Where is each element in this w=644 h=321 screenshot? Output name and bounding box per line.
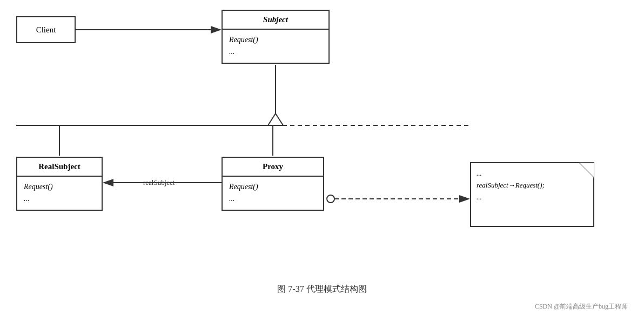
proxy-box: Proxy Request() ... — [222, 157, 324, 211]
watermark: CSDN @前端高级生产bug工程师 — [535, 302, 628, 311]
client-box: Client — [16, 16, 76, 43]
proxy-title: Proxy — [223, 158, 323, 177]
note-box: ... realSubject→Request(); ... — [470, 162, 594, 227]
subject-box: Subject Request() ... — [222, 10, 330, 64]
realsubject-body: Request() ... — [17, 177, 102, 210]
realsubject-arrow-label: realSubject — [143, 178, 175, 187]
realsubject-title: RealSubject — [17, 158, 102, 177]
note-fold-icon — [579, 163, 594, 178]
subject-body: Request() ... — [223, 30, 328, 63]
diagram-container: Client Subject Request() ... RealSubject… — [0, 0, 644, 321]
svg-point-12 — [327, 195, 334, 203]
realsubject-box: RealSubject Request() ... — [16, 157, 103, 211]
svg-marker-7 — [268, 113, 283, 125]
client-label: Client — [36, 25, 56, 35]
proxy-body: Request() ... — [223, 177, 323, 210]
note-content: ... realSubject→Request(); ... — [471, 163, 593, 208]
caption: 图 7-37 代理模式结构图 — [0, 284, 644, 295]
subject-title: Subject — [223, 11, 328, 30]
